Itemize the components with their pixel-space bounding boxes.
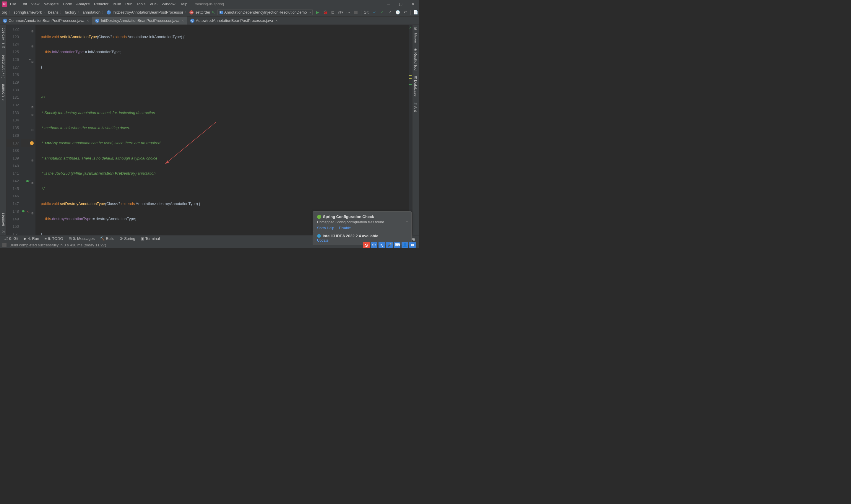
ime-mic-icon[interactable]: 🎤: [386, 242, 393, 248]
git-history-icon[interactable]: 🕓: [395, 10, 400, 15]
git-push-icon[interactable]: ↗: [387, 10, 393, 15]
fold-icon[interactable]: ⊟: [31, 28, 34, 31]
coverage-icon[interactable]: ⊡: [330, 10, 336, 15]
minimize-button[interactable]: ─: [387, 2, 390, 6]
ime-sogou-icon[interactable]: S: [363, 242, 370, 248]
override-icon[interactable]: [26, 180, 29, 182]
ime-user-icon[interactable]: 👤: [402, 242, 408, 248]
tool-messages[interactable]: ⊞ 0: Messages: [69, 236, 95, 241]
run-config-selector[interactable]: C AnnotationDependencyInjectionResolutio…: [217, 9, 313, 15]
fold-icon[interactable]: ⊟: [31, 126, 34, 129]
maximize-button[interactable]: ▢: [399, 2, 402, 6]
menu-run[interactable]: Run: [125, 2, 132, 6]
tool-spring[interactable]: ⟳ Spring: [120, 236, 135, 241]
close-icon[interactable]: ×: [182, 18, 184, 23]
nav-back-icon[interactable]: ↖: [212, 10, 215, 15]
git-update-icon[interactable]: ✓: [372, 10, 377, 15]
menu-tools[interactable]: Tools: [137, 2, 145, 6]
attach-icon[interactable]: ⋯: [346, 10, 351, 15]
tab[interactable]: C InitDestroyAnnotationBeanPostProcessor…: [92, 17, 187, 24]
stop-icon[interactable]: [354, 10, 359, 15]
disable-link[interactable]: Disable...: [339, 226, 354, 230]
ime-lang[interactable]: 中: [371, 242, 377, 248]
line-gutter: 122123124 125126127 128129130 131132133 …: [6, 25, 21, 235]
title-bar: IJ FFileile Edit View Navigate Code Anal…: [0, 0, 419, 8]
build-icon[interactable]: 📄: [413, 10, 418, 15]
menu-file[interactable]: FFileile: [10, 2, 16, 6]
menu-help[interactable]: Help: [179, 2, 187, 6]
menu-build[interactable]: Build: [113, 2, 121, 6]
menu-view[interactable]: View: [31, 2, 39, 6]
ime-keyboard-icon[interactable]: ⌨: [394, 242, 400, 248]
git-commit-icon[interactable]: ✓: [380, 10, 385, 15]
show-help-link[interactable]: Show Help: [317, 226, 334, 230]
fold-icon[interactable]: ⊟: [31, 111, 34, 114]
tool-git[interactable]: ⎇ 9: Git: [3, 236, 18, 241]
notification-title: Spring Configuration Check: [323, 215, 374, 219]
method-icon: m: [189, 10, 194, 15]
spring-icon: [317, 215, 321, 219]
code-editor[interactable]: 122123124 125126127 128129130 131132133 …: [6, 25, 412, 235]
tool-ant[interactable]: 🐜 Ant: [413, 99, 418, 114]
run-icon[interactable]: ▶: [315, 10, 320, 15]
right-tool-stripe: m Maven ◉ RestfulTool 🗄 Database 🐜 Ant: [412, 25, 419, 240]
left-tool-stripe: ▭ 1: Project ⛶ 7: Structure ○ Commit ★ 2…: [0, 25, 6, 240]
crumb[interactable]: org: [2, 10, 7, 15]
implements-icon[interactable]: ↑: [29, 177, 31, 185]
tool-database[interactable]: 🗄 Database: [413, 74, 418, 99]
menu-analyze[interactable]: Analyze: [76, 2, 90, 6]
stripe-mark[interactable]: [409, 84, 412, 85]
update-link[interactable]: Update...: [317, 238, 331, 242]
nav-bar: org〉 springframework〉 beans〉 factory〉 an…: [0, 8, 419, 17]
close-button[interactable]: ✕: [411, 2, 415, 6]
fold-icon[interactable]: ⊟: [31, 43, 34, 46]
status-icon[interactable]: [2, 243, 6, 247]
tool-build[interactable]: 🔨 Build: [100, 236, 114, 241]
menu-code[interactable]: Code: [63, 2, 72, 6]
project-name: thinking-in-spring: [195, 2, 224, 6]
menu-edit[interactable]: Edit: [20, 2, 27, 6]
tool-project[interactable]: ▭ 1: Project: [1, 26, 5, 52]
tool-structure[interactable]: ⛶ 7: Structure: [1, 52, 5, 81]
fold-icon[interactable]: ⊟: [31, 104, 34, 107]
tool-maven[interactable]: Maven: [414, 31, 418, 45]
close-icon[interactable]: ×: [87, 18, 89, 23]
tool-terminal[interactable]: ▣ Terminal: [141, 236, 160, 241]
menu-refactor[interactable]: Refactor: [94, 2, 108, 6]
crumb[interactable]: factory: [65, 10, 76, 15]
close-icon[interactable]: ×: [275, 18, 278, 23]
main-menu: FFileile Edit View Navigate Code Analyze…: [10, 2, 187, 6]
git-rollback-icon[interactable]: ↶: [403, 10, 408, 15]
crumb[interactable]: springframework: [14, 10, 42, 15]
tool-commit[interactable]: ○ Commit: [1, 82, 5, 104]
error-stripe[interactable]: ✓: [409, 25, 412, 235]
menu-window[interactable]: Window: [162, 2, 175, 6]
maven-icon[interactable]: m: [414, 26, 417, 31]
crumb[interactable]: setOrder: [195, 10, 211, 15]
tool-run[interactable]: ▶ 4: Run: [24, 236, 39, 241]
run-config-label: AnnotationDependencyInjectionResolutionD…: [224, 10, 307, 15]
crumb[interactable]: annotation: [83, 10, 101, 15]
ime-punct[interactable]: •,: [379, 242, 385, 248]
debug-icon[interactable]: 🐞: [323, 10, 328, 15]
fold-icon[interactable]: ⊟: [31, 58, 34, 61]
tool-todo[interactable]: ≡ 6: TODO: [44, 236, 63, 241]
tool-restful[interactable]: ◉ RestfulTool: [413, 45, 418, 74]
override-icon[interactable]: [22, 210, 24, 212]
crumb[interactable]: beans: [48, 10, 58, 15]
chevron-down-icon[interactable]: ⌄: [405, 219, 409, 223]
class-icon: C: [190, 19, 195, 23]
analysis-ok-icon: ✓: [409, 26, 412, 30]
tab[interactable]: C AutowiredAnnotationBeanPostProcessor.j…: [187, 17, 281, 24]
ime-toolbox-icon[interactable]: ⊞: [409, 242, 416, 248]
class-icon: C: [3, 19, 7, 23]
ime-toolbar: S 中 •, 🎤 ⌨ 👤 ⊞: [363, 242, 416, 248]
menu-vcs[interactable]: VCS: [149, 2, 158, 6]
crumb[interactable]: InitDestroyAnnotationBeanPostProcessor: [113, 10, 183, 15]
code-area[interactable]: public void setInitAnnotationType(Class<…: [35, 25, 412, 235]
menu-navigate[interactable]: Navigate: [43, 2, 58, 6]
intention-bulb-icon[interactable]: [30, 141, 34, 145]
fold-icon[interactable]: ⊟: [31, 157, 34, 160]
profile-icon[interactable]: ◔▾: [338, 10, 343, 15]
tab[interactable]: C CommonAnnotationBeanPostProcessor.java…: [0, 17, 92, 24]
